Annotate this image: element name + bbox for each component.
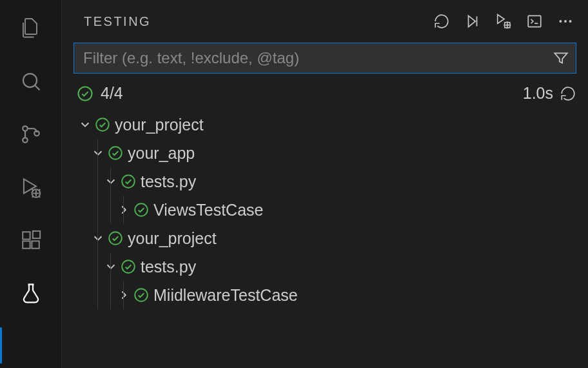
test-pass-icon	[94, 116, 111, 133]
svg-line-10	[32, 196, 33, 198]
tree-item[interactable]: your_project	[62, 110, 588, 139]
run-all-tests-button[interactable]	[463, 12, 482, 31]
test-pass-icon	[107, 230, 124, 247]
chevron-right-icon[interactable]	[115, 203, 133, 217]
chevron-down-icon[interactable]	[102, 174, 120, 189]
status-pass-icon	[76, 85, 94, 103]
svg-rect-23	[528, 15, 541, 26]
svg-rect-15	[32, 231, 39, 238]
tree-item[interactable]: ViewsTestCase	[62, 196, 588, 224]
svg-line-1	[35, 85, 40, 90]
svg-line-11	[39, 196, 40, 198]
tree-item-label: MiidlewareTestCase	[153, 286, 298, 305]
explorer-icon[interactable]	[17, 14, 45, 43]
svg-point-30	[109, 147, 122, 159]
svg-point-34	[122, 260, 135, 273]
debug-tests-button[interactable]	[494, 12, 513, 31]
source-control-icon[interactable]	[17, 120, 45, 148]
tree-item[interactable]: tests.py	[62, 167, 588, 196]
filter-input[interactable]	[83, 49, 553, 67]
svg-line-22	[509, 27, 510, 28]
tree-item-label: your_project	[115, 116, 204, 134]
tree-item-label: ViewsTestCase	[153, 201, 263, 220]
chevron-down-icon[interactable]	[102, 260, 120, 274]
status-count: 4/4	[101, 84, 123, 103]
test-pass-icon	[120, 258, 137, 275]
testing-icon[interactable]	[17, 279, 45, 307]
tree-item[interactable]: your_project	[62, 224, 588, 252]
tree-item-label: tests.py	[141, 172, 196, 191]
svg-line-9	[39, 189, 40, 190]
svg-point-25	[559, 20, 562, 23]
status-duration: 1.0s	[523, 84, 553, 103]
testing-panel: TESTING	[62, 0, 588, 368]
svg-point-0	[23, 74, 37, 87]
svg-line-20	[509, 22, 510, 23]
tree-item-label: tests.py	[141, 258, 196, 276]
svg-rect-12	[23, 232, 30, 239]
svg-point-33	[109, 232, 122, 245]
chevron-down-icon[interactable]	[76, 118, 94, 132]
chevron-right-icon[interactable]	[115, 288, 133, 302]
filter-icon[interactable]	[553, 50, 569, 66]
status-row: 4/4 1.0s	[62, 77, 588, 108]
tree-item-label: your_project	[128, 229, 217, 248]
status-summary: 4/4	[76, 84, 123, 103]
panel-title: TESTING	[84, 14, 151, 29]
refresh-tests-button[interactable]	[432, 12, 451, 31]
svg-point-2	[23, 126, 28, 131]
more-actions-button[interactable]	[556, 12, 575, 31]
svg-point-26	[564, 20, 567, 23]
svg-point-32	[135, 203, 148, 216]
svg-point-29	[96, 118, 109, 131]
chevron-down-icon[interactable]	[89, 146, 107, 160]
svg-rect-13	[23, 241, 30, 248]
test-pass-icon	[120, 173, 137, 190]
extensions-icon[interactable]	[17, 226, 45, 254]
svg-point-28	[79, 87, 92, 100]
show-output-button[interactable]	[525, 12, 544, 31]
svg-point-31	[122, 175, 135, 188]
svg-rect-14	[32, 241, 39, 248]
svg-point-3	[23, 138, 28, 143]
svg-line-21	[504, 27, 505, 28]
svg-point-35	[135, 289, 148, 302]
active-view-indicator	[0, 327, 2, 363]
test-pass-icon	[133, 287, 150, 303]
test-pass-icon	[107, 145, 124, 161]
filter-container	[74, 43, 576, 74]
panel-header: TESTING	[62, 0, 588, 39]
chevron-down-icon[interactable]	[89, 231, 107, 245]
test-tree: your_projectyour_apptests.pyViewsTestCas…	[62, 108, 588, 312]
run-debug-icon[interactable]	[17, 173, 45, 201]
panel-actions	[432, 12, 575, 31]
status-duration-group: 1.0s	[523, 84, 576, 103]
svg-line-19	[504, 22, 505, 23]
search-icon[interactable]	[17, 67, 45, 96]
tree-item[interactable]: your_app	[62, 139, 588, 167]
rerun-button[interactable]	[560, 85, 576, 102]
activity-bar	[0, 0, 62, 368]
tree-item-label: your_app	[128, 144, 195, 163]
tree-item[interactable]: tests.py	[62, 252, 588, 281]
filter-row	[62, 39, 588, 77]
test-pass-icon	[133, 201, 150, 218]
svg-line-8	[32, 189, 33, 190]
svg-point-27	[569, 20, 572, 23]
tree-item[interactable]: MiidlewareTestCase	[62, 281, 588, 309]
